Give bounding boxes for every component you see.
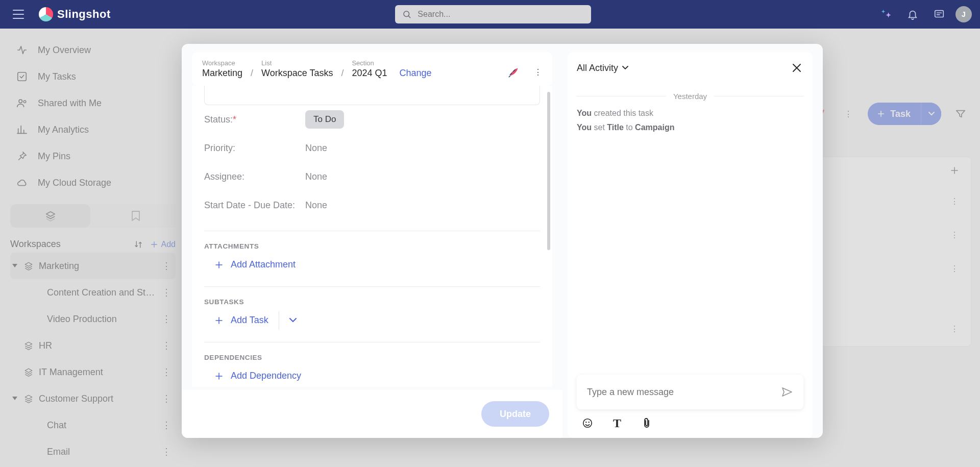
day-label: Yesterday: [673, 92, 707, 101]
divider: [204, 342, 540, 342]
dates-label: Start Date - Due Date:: [204, 200, 305, 211]
global-search[interactable]: [395, 5, 591, 23]
avatar-initial: J: [962, 10, 966, 18]
bc-value: Marketing: [202, 68, 242, 79]
assignee-label: Assignee:: [204, 171, 305, 182]
activity-header: All Activity: [568, 52, 813, 84]
assignee-value: None: [305, 171, 327, 182]
task-kebab-icon[interactable]: ⋮: [534, 67, 542, 77]
add-subtask-label: Add Task: [231, 315, 268, 326]
activity-log-entry: You set Title to Campaign: [577, 123, 803, 132]
activity-body: Yesterday You created this task You set …: [568, 84, 813, 365]
log-text: created this task: [592, 109, 653, 117]
priority-label: Priority:: [204, 143, 305, 154]
message-icons: T: [577, 417, 803, 429]
dependencies-header: DEPENDENCIES: [204, 354, 540, 361]
log-field: Title: [607, 123, 624, 132]
status-label: Status:*: [204, 114, 305, 125]
activity-panel: All Activity Yesterday You created this …: [562, 44, 823, 438]
status-row[interactable]: Status:* To Do: [204, 105, 540, 134]
svg-rect-1: [935, 11, 944, 17]
status-label-text: Status:: [204, 114, 233, 125]
app-header: Slingshot J: [0, 0, 980, 29]
message-input[interactable]: [587, 387, 781, 398]
breadcrumb: Workspace Marketing / List Workspace Tas…: [192, 52, 552, 86]
svg-point-0: [404, 11, 409, 17]
priority-row[interactable]: Priority: None: [204, 134, 540, 162]
send-icon[interactable]: [781, 386, 793, 398]
assignee-row[interactable]: Assignee: None: [204, 162, 540, 191]
bc-section[interactable]: Section 2024 Q1: [352, 59, 387, 79]
log-actor: You: [577, 123, 592, 132]
bc-separator: /: [338, 68, 347, 79]
log-text: to: [624, 123, 635, 132]
bc-value: 2024 Q1: [352, 68, 387, 79]
activity-log-entry: You created this task: [577, 109, 803, 118]
text-format-icon[interactable]: T: [611, 417, 623, 429]
required-star: *: [233, 114, 236, 125]
svg-point-7: [589, 422, 590, 423]
activity-filter-label: All Activity: [577, 63, 618, 73]
chat-icon[interactable]: [929, 4, 949, 24]
update-bar: Update: [182, 390, 562, 438]
attach-icon[interactable]: [641, 417, 652, 429]
day-separator: Yesterday: [577, 92, 803, 101]
close-icon[interactable]: [790, 61, 803, 75]
add-dependency-button[interactable]: Add Dependency: [204, 365, 301, 386]
bc-workspace[interactable]: Workspace Marketing: [202, 59, 242, 79]
bc-separator: /: [248, 68, 256, 79]
bell-icon[interactable]: [902, 4, 923, 24]
search-icon: [402, 10, 411, 19]
log-value: Campaign: [635, 123, 674, 132]
add-dependency-label: Add Dependency: [231, 371, 301, 381]
log-actor: You: [577, 109, 592, 117]
update-button[interactable]: Update: [481, 401, 549, 427]
subtasks-header: SUBTASKS: [204, 298, 540, 306]
avatar[interactable]: J: [955, 6, 972, 22]
bc-top-label: Section: [352, 59, 387, 67]
task-body: Status:* To Do Priority: None Assignee: …: [192, 86, 552, 387]
status-chip[interactable]: To Do: [305, 110, 344, 129]
brand-name: Slingshot: [57, 8, 111, 21]
log-text: set: [592, 123, 607, 132]
subtask-dropdown[interactable]: [279, 311, 297, 330]
emoji-icon[interactable]: [582, 417, 593, 429]
update-label: Update: [500, 409, 531, 420]
ai-sparkle-icon[interactable]: [876, 4, 896, 24]
add-subtask-button[interactable]: Add Task: [204, 310, 268, 331]
scrollbar-thumb[interactable]: [547, 92, 550, 250]
chevron-down-icon: [622, 66, 628, 70]
rocket-icon[interactable]: [507, 65, 521, 79]
divider: [204, 231, 540, 231]
change-link[interactable]: Change: [400, 68, 432, 79]
brand[interactable]: Slingshot: [39, 7, 111, 21]
menu-icon[interactable]: [8, 4, 29, 24]
bc-list[interactable]: List Workspace Tasks: [261, 59, 333, 79]
bc-value: Workspace Tasks: [261, 68, 333, 79]
svg-point-5: [583, 419, 592, 428]
priority-value: None: [305, 143, 327, 154]
task-modal: Workspace Marketing / List Workspace Tas…: [182, 44, 823, 438]
description-box[interactable]: [204, 86, 540, 105]
dates-value: None: [305, 200, 327, 211]
search-input[interactable]: [418, 10, 584, 19]
attachments-header: ATTACHMENTS: [204, 242, 540, 250]
activity-footer: T: [568, 365, 813, 438]
dates-row[interactable]: Start Date - Due Date: None: [204, 191, 540, 219]
add-attachment-button[interactable]: Add Attachment: [204, 254, 296, 275]
brand-logo: [39, 7, 53, 21]
add-attachment-label: Add Attachment: [231, 259, 296, 270]
svg-point-6: [585, 422, 586, 423]
message-input-row: [577, 375, 803, 409]
bc-top-label: List: [261, 59, 333, 67]
bc-top-label: Workspace: [202, 59, 242, 67]
task-editor: Workspace Marketing / List Workspace Tas…: [182, 44, 562, 438]
divider: [204, 286, 540, 287]
activity-filter[interactable]: All Activity: [577, 63, 628, 73]
